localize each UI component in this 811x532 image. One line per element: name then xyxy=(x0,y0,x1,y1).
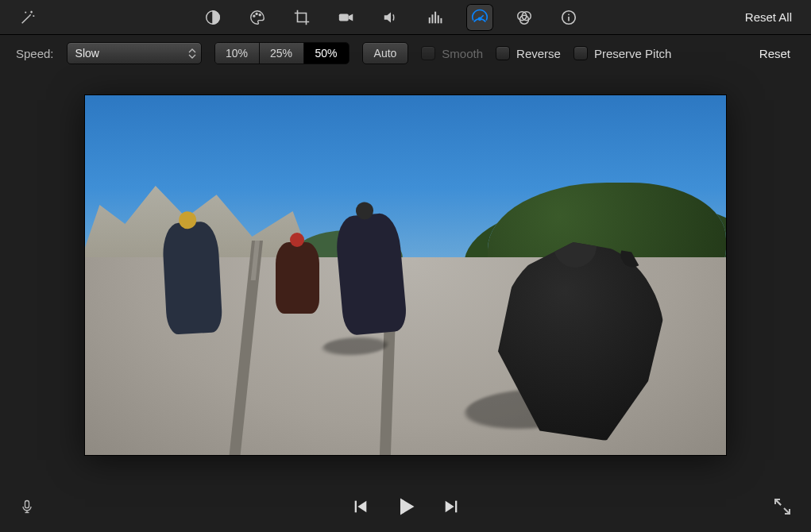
video-preview[interactable] xyxy=(85,95,726,455)
palette-icon[interactable] xyxy=(244,4,271,31)
equalizer-icon[interactable] xyxy=(422,4,449,31)
svg-rect-8 xyxy=(438,15,439,23)
contrast-icon[interactable] xyxy=(199,4,226,31)
magic-wand-icon[interactable] xyxy=(14,4,41,31)
reverse-label: Reverse xyxy=(516,47,561,60)
reverse-checkbox[interactable]: Reverse xyxy=(496,46,561,60)
playback-bar xyxy=(0,484,811,532)
color-filters-icon[interactable] xyxy=(511,4,538,31)
svg-rect-17 xyxy=(354,501,356,513)
toolbar-left-group xyxy=(14,4,41,31)
smooth-label: Smooth xyxy=(442,47,483,60)
svg-rect-7 xyxy=(434,11,436,23)
speed-reset-button[interactable]: Reset xyxy=(755,44,795,64)
smooth-checkbox: Smooth xyxy=(421,46,483,60)
play-icon[interactable] xyxy=(395,495,417,521)
checkbox-box xyxy=(573,46,588,60)
preserve-pitch-label: Preserve Pitch xyxy=(594,47,672,60)
svg-point-1 xyxy=(253,15,255,17)
previous-frame-icon[interactable] xyxy=(352,498,369,519)
speed-percent-segmented: 10% 25% 50% xyxy=(214,42,350,64)
svg-rect-5 xyxy=(429,17,431,23)
speed-50-percent[interactable]: 50% xyxy=(304,43,349,64)
svg-point-10 xyxy=(478,17,481,20)
adjustments-toolbar: Reset All xyxy=(0,0,811,35)
preview-scene-skater xyxy=(334,212,408,336)
info-icon[interactable] xyxy=(555,4,582,31)
chevron-updown-icon xyxy=(188,43,196,64)
checkbox-box xyxy=(496,46,510,60)
speed-10-percent[interactable]: 10% xyxy=(215,43,260,64)
svg-rect-6 xyxy=(431,14,433,23)
preserve-pitch-checkbox[interactable]: Preserve Pitch xyxy=(573,46,672,60)
preview-scene-skater xyxy=(161,221,222,334)
svg-point-15 xyxy=(568,13,570,15)
crop-icon[interactable] xyxy=(288,4,315,31)
speed-auto-button[interactable]: Auto xyxy=(362,42,409,64)
next-frame-icon[interactable] xyxy=(442,498,460,519)
speed-25-percent[interactable]: 25% xyxy=(260,43,304,64)
speed-controls-bar: Speed: Slow 10% 25% 50% Auto Smooth Reve… xyxy=(0,35,811,71)
toolbar-right-group: Reset All xyxy=(740,10,797,25)
reset-all-button[interactable]: Reset All xyxy=(740,7,797,27)
speed-label: Speed: xyxy=(16,47,54,60)
svg-point-2 xyxy=(256,13,257,14)
video-camera-icon[interactable] xyxy=(333,4,360,31)
svg-point-3 xyxy=(259,13,261,15)
toolbar-center-group xyxy=(41,4,740,31)
speed-preset-value: Slow xyxy=(75,47,99,60)
speed-preset-dropdown[interactable]: Slow xyxy=(67,42,202,64)
checkbox-box xyxy=(421,46,435,60)
preview-scene-skater xyxy=(276,242,319,314)
speedometer-icon[interactable] xyxy=(466,4,493,31)
svg-rect-18 xyxy=(455,501,457,513)
svg-rect-4 xyxy=(339,13,349,21)
volume-icon[interactable] xyxy=(377,4,404,31)
svg-rect-9 xyxy=(440,17,442,22)
playback-controls xyxy=(0,495,811,521)
